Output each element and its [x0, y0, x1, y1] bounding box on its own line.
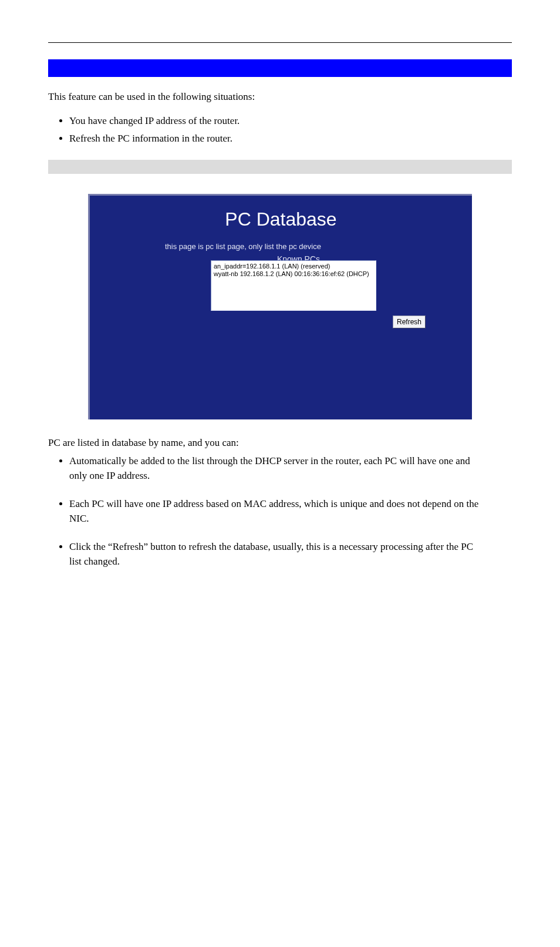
section-title-bar [48, 59, 512, 77]
below-intro-text: PC are listed in database by name, and y… [48, 437, 512, 449]
list-item[interactable]: an_ipaddr=192.168.1.1 (LAN) (reserved) [214, 263, 373, 271]
known-pcs-listbox[interactable]: an_ipaddr=192.168.1.1 (LAN) (reserved) w… [211, 260, 376, 311]
bullet-item: Each PC will have one IP address based o… [69, 496, 480, 526]
bullet-text: Click the “Refresh” button to refresh th… [69, 541, 473, 567]
bullet-item: Refresh the PC information in the router… [69, 130, 512, 147]
intro-text: This feature can be used in the followin… [48, 90, 512, 105]
bullet-item: Click the “Refresh” button to refresh th… [69, 539, 480, 569]
divider-top [48, 42, 512, 43]
bullet-item: Automatically be added to the list throu… [69, 454, 480, 483]
router-title: PC Database [90, 196, 472, 230]
bullet-text: Refresh the PC information in the router… [69, 133, 232, 144]
top-bullet-list: You have changed IP address of the route… [48, 113, 512, 147]
bullet-text: You have changed IP address of the route… [69, 115, 239, 126]
list-item[interactable]: wyatt-nb 192.168.1.2 (LAN) 00:16:36:16:e… [214, 270, 373, 278]
router-subtitle: this page is pc list page, only list the… [90, 230, 472, 251]
bullet-item: You have changed IP address of the route… [69, 113, 512, 129]
bullet-text: Automatically be added to the list throu… [69, 455, 470, 482]
router-ui-screenshot: PC Database this page is pc list page, o… [88, 194, 472, 419]
refresh-button[interactable]: Refresh [393, 315, 426, 328]
bullet-text: Each PC will have one IP address based o… [69, 498, 478, 525]
bottom-bullet-list: Automatically be added to the list throu… [48, 454, 512, 569]
subsection-bar [48, 160, 512, 174]
